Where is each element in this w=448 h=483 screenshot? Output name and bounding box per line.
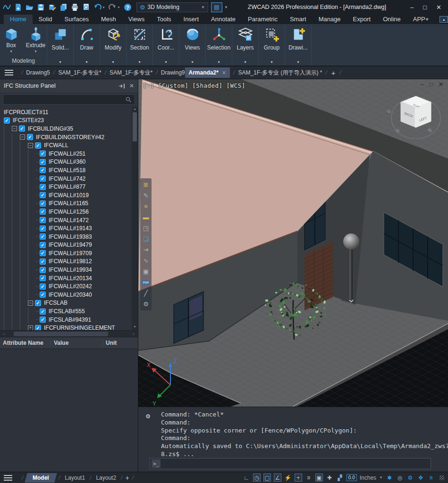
linetype-icon[interactable]: ≡	[140, 201, 152, 212]
tree-checkbox[interactable]: ✓	[35, 300, 41, 306]
tree-checkbox[interactable]: ✓	[40, 208, 46, 215]
block-insert-icon[interactable]: ⇥	[140, 244, 152, 255]
copy-button[interactable]	[59, 3, 68, 11]
tree-checkbox[interactable]: ✓	[40, 175, 46, 182]
vp-restore-button[interactable]: □	[430, 81, 433, 88]
tree-item[interactable]: −✓IFCSLAB	[0, 299, 138, 308]
tree-checkbox[interactable]: ✓	[40, 159, 46, 165]
tree-item[interactable]: ✓IFCSLAB#94391	[0, 316, 138, 324]
osnap-add-icon[interactable]: ✚	[326, 474, 333, 482]
tree-checkbox[interactable]: ✓	[40, 184, 46, 190]
tree-checkbox[interactable]: ✓	[35, 325, 41, 330]
print-button[interactable]	[71, 3, 79, 11]
scroll-left-arrow[interactable]: ‹	[1, 332, 7, 336]
minimize-button[interactable]: –	[410, 4, 414, 11]
ribbon-panel-modify[interactable]: Modify▾	[100, 24, 127, 66]
tree-item[interactable]: −✓IFCWALL	[0, 141, 138, 150]
selection-filter-icon[interactable]: ◳	[140, 223, 152, 233]
scroll-up-arrow[interactable]: ▴	[134, 107, 135, 112]
tree-checkbox[interactable]: ✓	[40, 316, 46, 323]
units-precision-badge[interactable]: 0.0	[347, 474, 357, 481]
tree-item[interactable]: −✓IFCBUILDING#35	[0, 125, 138, 133]
ribbon-tab-tools[interactable]: Tools	[151, 15, 177, 24]
tree-item[interactable]: IFCPROJECT#11	[0, 108, 138, 117]
print-preview-button[interactable]	[82, 3, 90, 11]
panel-close-icon[interactable]: ✕	[129, 83, 134, 89]
ribbon-panel-draw[interactable]: Draw▾	[74, 24, 100, 66]
close-button[interactable]: ✕	[436, 4, 441, 11]
chevron-down-icon[interactable]: ▾	[10, 50, 12, 53]
maximize-button[interactable]: □	[423, 4, 427, 11]
tree-item[interactable]: ✓IFCWALL#19479	[0, 241, 138, 250]
new-file-button[interactable]	[14, 3, 22, 11]
doc-tab-2[interactable]: SAM_1F-多专业*	[58, 69, 101, 77]
tree-checkbox[interactable]: ✓	[40, 217, 46, 223]
chevron-down-icon[interactable]: ▾	[259, 60, 285, 64]
ribbon-panel-coordinates[interactable]: xCoor...▾	[153, 24, 179, 66]
doc-tab-6[interactable]: SAM_1F-多专业 (用于导入演示) *	[238, 69, 322, 77]
tree-checkbox[interactable]: ✓	[40, 192, 46, 198]
toolbox-button[interactable]: ▤	[211, 2, 222, 12]
solid-union-icon[interactable]: ❏	[140, 233, 152, 244]
tree-checkbox[interactable]: ✓	[40, 291, 46, 298]
tree-item[interactable]: ✓IFCSLAB#555	[0, 307, 138, 316]
lineweight-display-icon[interactable]: ≡	[305, 474, 313, 482]
tree-item[interactable]: ✓IFCWALL#19812	[0, 258, 138, 266]
ribbon-panel-selection[interactable]: Selection▾	[206, 24, 232, 66]
tree-item[interactable]: ✓IFCWALL#19709	[0, 249, 138, 258]
tree-item[interactable]: ✓IFCWALL#19934	[0, 266, 138, 274]
workspace-selector[interactable]: ⚙ 3D Modeling ▼	[136, 2, 208, 12]
measure-icon[interactable]: ╱	[140, 288, 152, 299]
ribbon-tab-parametric[interactable]: Parametric	[242, 15, 284, 24]
tree-item[interactable]: ✓IFCWALL#1165	[0, 200, 138, 208]
ortho-icon[interactable]: ∟	[243, 474, 250, 482]
command-input[interactable]: >_	[150, 458, 431, 469]
settings-gear-icon[interactable]: ⚙	[140, 299, 152, 309]
collapse-expander-icon[interactable]: −	[28, 143, 33, 148]
ribbon-panel-section[interactable]: Section▾	[127, 24, 153, 66]
ribbon-tab-home[interactable]: Home	[4, 15, 33, 24]
angle-snap-icon[interactable]: ∠	[274, 474, 281, 482]
redo-dropdown-caret[interactable]: ▼	[117, 6, 120, 9]
collapse-expander-icon[interactable]: −	[28, 300, 33, 306]
redo-button[interactable]: ▼	[109, 3, 120, 11]
search-input[interactable]	[3, 94, 135, 105]
tree-checkbox[interactable]: ✓	[40, 267, 46, 273]
chevron-down-icon[interactable]: ▾	[232, 60, 258, 64]
lineweight-icon[interactable]: ▬	[140, 212, 152, 223]
tree-item[interactable]: ✓IFCWALL#19383	[0, 233, 138, 241]
units-label[interactable]: Inches	[360, 475, 376, 481]
tree-checkbox[interactable]: ✓	[35, 142, 41, 149]
tree-item[interactable]: ✓IFCWALL#360	[0, 158, 138, 167]
ribbon-tab-online[interactable]: Online	[377, 15, 407, 24]
scroll-down-arrow[interactable]: ▾	[134, 325, 135, 330]
doc-tab-4[interactable]: Drawing9	[161, 69, 185, 76]
tree-checkbox[interactable]: ✓	[27, 134, 33, 140]
viewport-controls-label[interactable]: [-] [Custom] [Shaded] [WCS]	[143, 82, 245, 89]
chevron-down-icon[interactable]: ▾	[74, 60, 100, 64]
ribbon-tab-app[interactable]: APP+	[407, 15, 435, 24]
vscroll-thumb[interactable]	[133, 112, 137, 142]
tree-item[interactable]: ✓IFCWALL#877	[0, 183, 138, 191]
help-button[interactable]: ?	[124, 3, 132, 11]
tree-checkbox[interactable]: ✓	[40, 275, 46, 281]
tree-checkbox[interactable]: ✓	[4, 117, 10, 124]
collapse-expander-icon[interactable]: −	[20, 134, 25, 140]
tab-close-icon[interactable]: ✕	[222, 70, 226, 76]
tree-item[interactable]: ✓IFCWALL#1256	[0, 208, 138, 216]
ribbon-overflow-icon[interactable]: ▴	[440, 16, 448, 23]
chevron-down-icon[interactable]: ▾	[179, 60, 205, 64]
ribbon-panel-drawing[interactable]: Drawi...▾	[285, 24, 312, 66]
ribbon-panel-group[interactable]: Group▾	[259, 24, 285, 66]
chevron-down-icon[interactable]: ▾	[285, 60, 311, 64]
ribbon-tab-surfaces[interactable]: Surfaces	[59, 15, 95, 24]
layer-edit-icon[interactable]: ✎	[140, 190, 152, 201]
tree-checkbox[interactable]: ✓	[40, 283, 46, 290]
annotation-icon[interactable]: ✱	[386, 474, 393, 482]
tree-checkbox[interactable]: ✓	[19, 125, 25, 132]
doc-tab-3[interactable]: SAM_1F-多专业*	[110, 69, 152, 77]
status-menu-icon[interactable]	[4, 475, 12, 481]
layout-tab-layout1[interactable]: Layout1	[63, 475, 87, 481]
tree-checkbox[interactable]: ✓	[40, 167, 46, 173]
menu-icon[interactable]: ≡	[427, 474, 435, 482]
